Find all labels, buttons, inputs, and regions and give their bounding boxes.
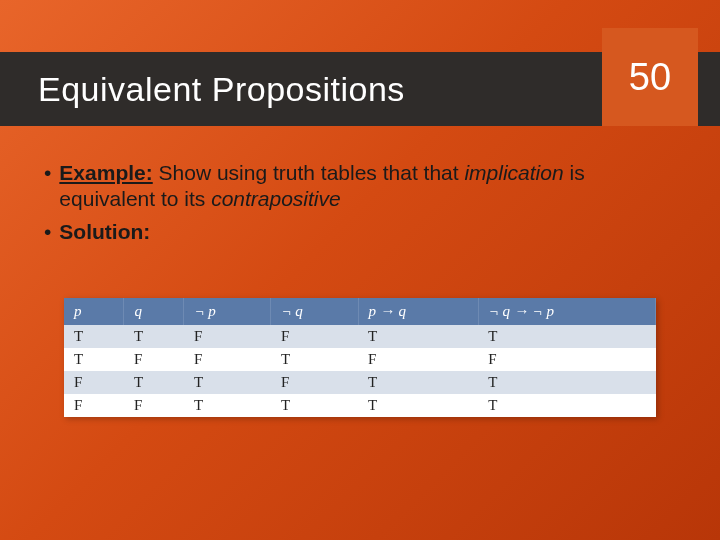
- page-number-box: 50: [602, 28, 698, 126]
- col-q: q: [124, 298, 184, 325]
- content-area: • Example: Show using truth tables that …: [44, 160, 676, 251]
- truth-table: p q ¬ p ¬ q p → q ¬ q → ¬ p T T F F T T …: [64, 298, 656, 417]
- col-not-p: ¬ p: [184, 298, 271, 325]
- bullet-dot-icon: •: [44, 160, 51, 213]
- bullet-solution: • Solution:: [44, 219, 676, 245]
- col-p: p: [64, 298, 124, 325]
- bullet-example: • Example: Show using truth tables that …: [44, 160, 676, 213]
- table-row: F T T F T T: [64, 371, 656, 394]
- page-number: 50: [629, 56, 671, 99]
- table-row: F F T T T T: [64, 394, 656, 417]
- table-row: T T F F T T: [64, 325, 656, 348]
- table-row: T F F T F F: [64, 348, 656, 371]
- bullet-example-text: Example: Show using truth tables that th…: [59, 160, 676, 213]
- table-header-row: p q ¬ p ¬ q p → q ¬ q → ¬ p: [64, 298, 656, 325]
- col-not-q: ¬ q: [271, 298, 358, 325]
- solution-label: Solution:: [59, 219, 150, 245]
- col-contra: ¬ q → ¬ p: [478, 298, 655, 325]
- bullet-dot-icon: •: [44, 219, 51, 245]
- example-label: Example:: [59, 161, 152, 184]
- slide-title: Equivalent Propositions: [0, 70, 405, 109]
- col-impl: p → q: [358, 298, 478, 325]
